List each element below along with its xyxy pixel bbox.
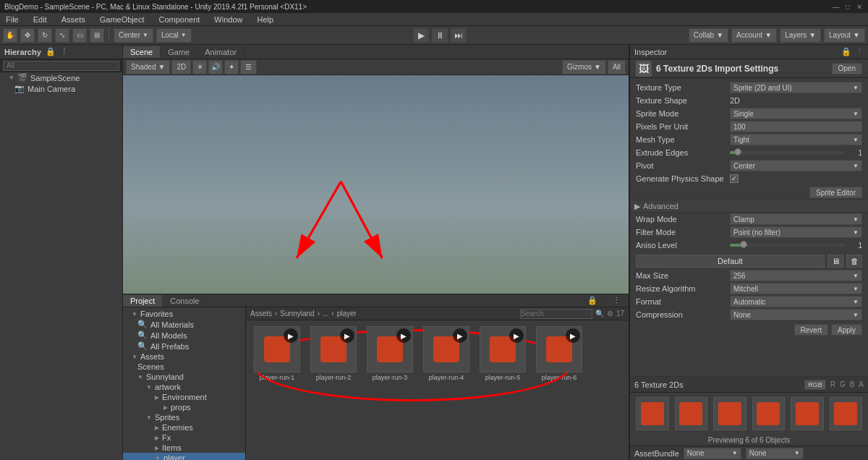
center-button[interactable]: Center ▼ xyxy=(114,28,153,43)
texture-type-dropdown[interactable]: Sprite (2D and UI) xyxy=(730,82,862,93)
asset-item[interactable]: ▶ player-run-1 xyxy=(252,326,302,381)
aniso-slider-thumb[interactable] xyxy=(740,241,747,248)
props-item[interactable]: ▶ props xyxy=(123,402,245,412)
bottom-menu-icon[interactable]: ⋮ xyxy=(605,294,629,307)
layout-button[interactable]: Layout ▼ xyxy=(824,28,865,43)
format-dropdown[interactable]: Automatic xyxy=(730,296,862,307)
gizmos-button[interactable]: Gizmos ▼ xyxy=(562,60,606,74)
open-button[interactable]: Open xyxy=(832,63,862,74)
rgb-button[interactable]: RGB xyxy=(804,380,826,390)
layers-button[interactable]: Layers ▼ xyxy=(780,28,821,43)
max-size-dropdown[interactable]: 256 xyxy=(730,270,862,281)
asset-item[interactable]: ▶ player-run-5 xyxy=(477,326,528,381)
inspector-lock-icon[interactable]: 🔒 xyxy=(841,47,851,56)
tab-console[interactable]: Console xyxy=(163,295,207,307)
shading-dropdown[interactable]: Shaded ▼ xyxy=(126,60,170,74)
favorites-item[interactable]: ▼ Favorites xyxy=(123,309,245,319)
menu-edit[interactable]: Edit xyxy=(30,15,50,24)
menu-component[interactable]: Component xyxy=(156,15,203,24)
asset-thumb[interactable]: ▶ xyxy=(536,326,582,372)
tool-hand[interactable]: ✋ xyxy=(3,28,17,43)
hierarchy-search-input[interactable] xyxy=(3,61,119,71)
all-prefabs-item[interactable]: 🔍 All Prefabs xyxy=(123,341,245,352)
trash-icon[interactable]: 🗑 xyxy=(846,255,862,268)
extrude-edges-slider[interactable] xyxy=(730,151,845,154)
preview-thumb-3[interactable] xyxy=(713,397,746,430)
menu-file[interactable]: File xyxy=(3,15,22,24)
asset-thumb[interactable]: ▶ xyxy=(480,326,526,372)
asset-item[interactable]: ▶ player-run-2 xyxy=(308,326,359,381)
asset-thumb[interactable]: ▶ xyxy=(423,326,469,372)
enemies-item[interactable]: ▶ Enemies xyxy=(123,422,245,433)
menu-assets[interactable]: Assets xyxy=(59,15,88,24)
hierarchy-item-maincamera[interactable]: 📷 Main Camera xyxy=(0,83,122,94)
scene-view[interactable] xyxy=(123,75,629,294)
asset-thumb[interactable]: ▶ xyxy=(254,326,300,372)
hierarchy-lock-icon[interactable]: 🔒 xyxy=(46,47,56,56)
r-channel-btn[interactable]: R xyxy=(830,380,835,388)
filter-mode-dropdown[interactable]: Point (no filter) xyxy=(730,226,862,238)
asset-item[interactable]: ▶ player-run-3 xyxy=(365,326,415,381)
assets-item[interactable]: ▼ Assets xyxy=(123,352,245,362)
asset-bundle-dropdown-2[interactable]: None xyxy=(746,448,804,459)
pixels-per-unit-input[interactable] xyxy=(730,121,862,132)
b-channel-btn[interactable]: B xyxy=(850,380,855,388)
revert-button[interactable]: Revert xyxy=(794,324,828,336)
aniso-slider[interactable] xyxy=(730,244,845,247)
sprite-mode-dropdown[interactable]: Single xyxy=(730,108,862,119)
maximize-button[interactable]: □ xyxy=(843,2,852,11)
collab-button[interactable]: Collab ▼ xyxy=(689,28,728,43)
tab-scene[interactable]: Scene xyxy=(123,46,161,58)
asset-search-input[interactable] xyxy=(520,309,592,319)
advanced-section-header[interactable]: ▶ Advanced xyxy=(630,200,868,213)
gen-physics-checkbox[interactable]: ✓ xyxy=(730,174,739,183)
account-button[interactable]: Account ▼ xyxy=(731,28,777,43)
hierarchy-menu-icon[interactable]: ⋮ xyxy=(60,47,68,56)
minimize-button[interactable]: — xyxy=(832,2,841,11)
preview-thumb-5[interactable] xyxy=(791,397,824,430)
sprite-editor-button[interactable]: Sprite Editor xyxy=(809,187,862,198)
tool-move[interactable]: ✥ xyxy=(20,28,35,43)
step-button[interactable]: ⏭ xyxy=(451,28,467,43)
inspector-menu-icon[interactable]: ⋮ xyxy=(856,47,864,56)
asset-thumb[interactable]: ▶ xyxy=(367,326,413,372)
tool-scale[interactable]: ⤡ xyxy=(55,28,69,43)
a-channel-btn[interactable]: A xyxy=(859,380,864,388)
sprites-item[interactable]: ▼ Sprites xyxy=(123,412,245,422)
audio-icon[interactable]: 🔊 xyxy=(208,60,223,74)
sunnyland-item[interactable]: ▼ Sunnyland xyxy=(123,372,245,382)
close-button[interactable]: ✕ xyxy=(855,2,864,11)
pivot-dropdown[interactable]: Center xyxy=(730,160,862,171)
scene-extra-btn[interactable]: ☰ xyxy=(240,60,257,74)
breadcrumb-player[interactable]: player xyxy=(337,310,357,318)
fx-icon[interactable]: ✦ xyxy=(224,60,239,74)
all-materials-item[interactable]: 🔍 All Materials xyxy=(123,319,245,330)
resize-algo-dropdown[interactable]: Mitchell xyxy=(730,283,862,294)
scene-search-btn[interactable]: All xyxy=(608,60,626,74)
hierarchy-item-samplescene[interactable]: ▼ 🎬 SampleScene xyxy=(0,72,122,83)
2d-button[interactable]: 2D xyxy=(171,60,191,74)
menu-window[interactable]: Window xyxy=(211,15,245,24)
g-channel-btn[interactable]: G xyxy=(840,380,846,388)
compression-dropdown[interactable]: None xyxy=(730,309,862,320)
monitor-icon[interactable]: 🖥 xyxy=(827,255,843,268)
preview-thumb-6[interactable] xyxy=(830,397,863,430)
light-icon[interactable]: ☀ xyxy=(192,60,207,74)
local-button[interactable]: Local ▼ xyxy=(156,28,192,43)
bottom-lock-icon[interactable]: 🔒 xyxy=(580,294,605,307)
default-platform-btn[interactable]: Default xyxy=(636,255,825,268)
preview-thumb-4[interactable] xyxy=(752,397,786,430)
tab-game[interactable]: Game xyxy=(161,46,197,58)
tab-animator[interactable]: Animator xyxy=(197,46,244,58)
preview-thumb-2[interactable] xyxy=(675,397,708,430)
artwork-item[interactable]: ▼ artwork xyxy=(123,382,245,392)
all-models-item[interactable]: 🔍 All Models xyxy=(123,330,245,341)
asset-search-btn[interactable]: ⚙ xyxy=(607,310,613,318)
asset-thumb[interactable]: ▶ xyxy=(310,326,357,372)
asset-item[interactable]: ▶ player-run-6 xyxy=(534,326,584,381)
extrude-slider-thumb[interactable] xyxy=(734,148,741,156)
breadcrumb-sunnyland[interactable]: Sunnyland xyxy=(280,310,314,318)
wrap-mode-dropdown[interactable]: Clamp xyxy=(730,213,862,225)
items-item[interactable]: ▶ Items xyxy=(123,443,245,453)
tab-project[interactable]: Project xyxy=(123,295,163,307)
